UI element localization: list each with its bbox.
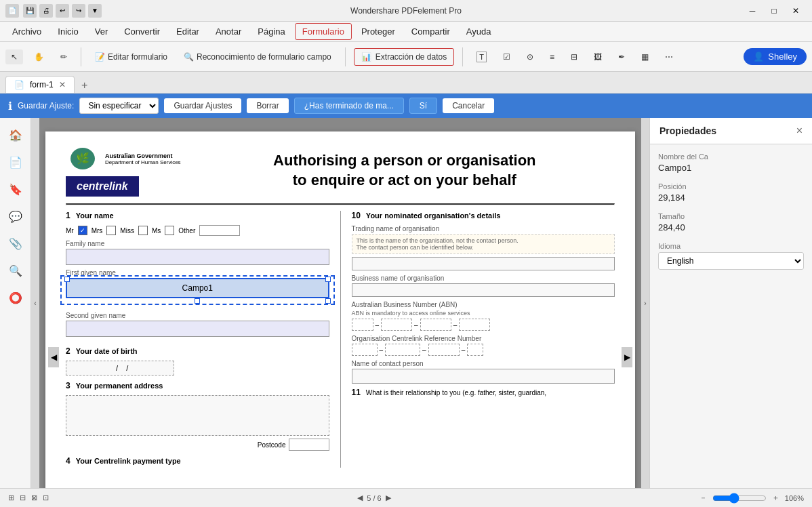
print-icon[interactable]: 🖨 [39, 4, 53, 18]
has-terminado-button[interactable]: ¿Has terminado de ma... [294, 98, 404, 114]
left-collapse-btn[interactable]: ‹ [31, 118, 39, 488]
maximize-button[interactable]: □ [763, 4, 785, 18]
family-name-input[interactable] [66, 249, 329, 265]
right-collapse-btn[interactable]: › [641, 118, 649, 488]
circle-sidebar-btn[interactable]: ⭕ [4, 286, 27, 309]
resize-handle-tl[interactable] [64, 277, 70, 282]
abn-box-3[interactable] [420, 319, 451, 331]
menu-convertir[interactable]: Convertir [117, 24, 167, 39]
combo-tool[interactable]: ⊟ [565, 49, 583, 64]
close-button[interactable]: ✕ [785, 4, 807, 18]
mr-checkbox[interactable]: ✓ [78, 226, 87, 235]
bookmark-sidebar-btn[interactable]: 🔖 [4, 178, 27, 201]
zoom-slider[interactable] [712, 493, 767, 504]
barcode-tool[interactable]: ▦ [636, 49, 654, 64]
menu-pagina[interactable]: Página [251, 24, 291, 39]
hand-icon: ✋ [34, 52, 44, 62]
dob-input[interactable] [66, 361, 174, 376]
hand-tool[interactable]: ✋ [28, 49, 49, 64]
dropdown-icon[interactable]: ▼ [88, 4, 102, 18]
sign-tool[interactable]: ✒ [613, 49, 630, 64]
search-sidebar-btn[interactable]: 🔍 [4, 259, 27, 282]
next-page-btn[interactable]: ▶ [386, 493, 391, 502]
business-name-input[interactable] [352, 283, 615, 297]
form-more-tool[interactable]: ⋯ [659, 49, 678, 64]
extraccion-datos-button[interactable]: 📊 Extracción de datos [354, 48, 454, 66]
ref-box-4[interactable] [467, 344, 483, 356]
resize-handle-br[interactable] [325, 298, 331, 304]
tab-file-icon: 📄 [14, 80, 24, 89]
resize-handle-bm[interactable] [195, 298, 200, 304]
tab-close-button[interactable]: ✕ [59, 80, 66, 89]
borrar-button[interactable]: Borrar [247, 98, 288, 113]
postcode-input[interactable] [289, 439, 329, 451]
prop-tamano-value: 284,40 [658, 222, 804, 232]
user-button[interactable]: 👤 Shelley [744, 48, 807, 65]
other-input[interactable] [199, 225, 240, 236]
prev-page-btn[interactable]: ◀ [357, 493, 363, 502]
radio-tool[interactable]: ⊙ [521, 49, 539, 64]
cancelar-button[interactable]: Cancelar [443, 98, 494, 113]
ref-box-1[interactable] [352, 344, 378, 356]
menu-ayuda[interactable]: Ayuda [460, 24, 498, 39]
checkbox-tool[interactable]: ☑ [498, 49, 516, 64]
miss-checkbox[interactable] [138, 226, 148, 235]
abn-box-1[interactable] [352, 319, 373, 331]
menu-formulario[interactable]: Formulario [295, 23, 352, 40]
left-sidebar: 🏠 📄 🔖 💬 📎 🔍 ⭕ [0, 118, 31, 488]
edit-tool[interactable]: ✏ [55, 49, 73, 64]
pages-sidebar-btn[interactable]: 📄 [4, 150, 27, 174]
menu-compartir[interactable]: Compartir [405, 24, 457, 39]
minimize-button[interactable]: ─ [742, 4, 763, 18]
text-field-icon: T [476, 52, 487, 62]
si-button[interactable]: Sí [409, 98, 437, 114]
properties-close-button[interactable]: × [796, 125, 803, 137]
reconocimiento-button[interactable]: 🔍 Reconocimiento de formulario campo [178, 49, 337, 64]
first-given-name-input[interactable] [66, 278, 329, 298]
save-icon[interactable]: 💾 [23, 4, 37, 18]
address-area[interactable] [66, 395, 329, 436]
zoom-out-btn[interactable]: － [699, 493, 707, 503]
abn-box-2[interactable] [381, 319, 412, 331]
add-tab-button[interactable]: + [77, 78, 92, 93]
text-field-tool[interactable]: T [471, 49, 492, 65]
editar-formulario-button[interactable]: 📝 Editar formulario [89, 49, 173, 64]
menu-editar[interactable]: Editar [169, 24, 206, 39]
redo-icon[interactable]: ↪ [72, 4, 85, 18]
main-area: 🏠 📄 🔖 💬 📎 🔍 ⭕ ‹ 🌿 [0, 118, 812, 488]
layout-icon-4[interactable]: ⊡ [43, 493, 49, 502]
right-scroll-arrow[interactable]: ▶ [622, 347, 632, 367]
guardar-ajustes-button[interactable]: Guardar Ajustes [164, 98, 241, 113]
layout-icon-2[interactable]: ⊟ [20, 493, 26, 502]
ref-box-2[interactable] [385, 344, 420, 356]
prop-posicion-value: 29,184 [658, 192, 804, 203]
tab-form-1[interactable]: 📄 form-1 ✕ [5, 76, 75, 93]
cursor-tool[interactable]: ↖ [5, 49, 23, 64]
home-sidebar-btn[interactable]: 🏠 [4, 123, 27, 146]
menu-anotar[interactable]: Anotar [209, 24, 248, 39]
attachment-sidebar-btn[interactable]: 📎 [4, 232, 27, 255]
layout-icon-1[interactable]: ⊞ [8, 493, 14, 502]
contact-person-input[interactable] [352, 369, 615, 384]
list-tool[interactable]: ≡ [544, 49, 560, 64]
mrs-checkbox[interactable] [106, 226, 116, 235]
left-scroll-arrow[interactable]: ◀ [48, 347, 59, 367]
zoom-in-btn[interactable]: ＋ [772, 493, 779, 503]
ms-checkbox[interactable] [165, 226, 174, 235]
menu-archivo[interactable]: Archivo [5, 24, 48, 39]
image-tool[interactable]: 🖼 [588, 49, 607, 64]
trading-name-input[interactable] [352, 257, 615, 270]
menu-proteger[interactable]: Proteger [354, 24, 402, 39]
guardar-ajuste-select[interactable]: Sin especificar [79, 98, 159, 114]
menu-ver[interactable]: Ver [88, 24, 115, 39]
layout-icon-3[interactable]: ⊠ [31, 493, 37, 502]
ref-box-3[interactable] [428, 344, 460, 356]
resize-handle-tr[interactable] [325, 277, 331, 282]
undo-icon[interactable]: ↩ [56, 4, 69, 18]
second-given-name-input[interactable] [66, 321, 329, 337]
page-number: 5 / 6 [367, 494, 381, 502]
menu-inicio[interactable]: Inicio [51, 24, 85, 39]
prop-idioma-select[interactable]: English [658, 252, 804, 270]
comment-sidebar-btn[interactable]: 💬 [4, 205, 27, 228]
abn-box-4[interactable] [459, 319, 490, 331]
